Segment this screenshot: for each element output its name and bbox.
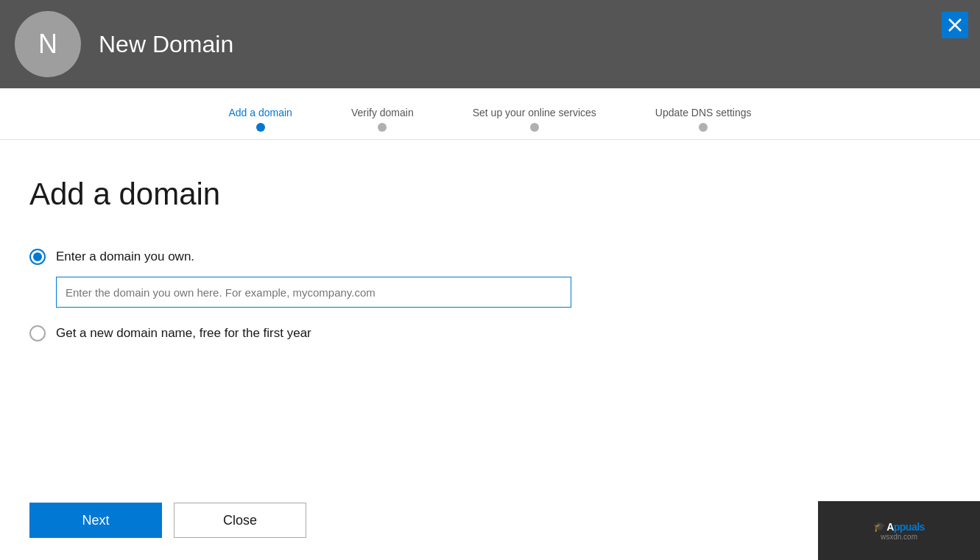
step-dot-online-services bbox=[530, 123, 539, 132]
own-domain-label: Enter a domain you own. bbox=[56, 249, 194, 264]
avatar: N bbox=[15, 11, 81, 77]
header-close-button[interactable] bbox=[942, 12, 968, 38]
watermark-logo: Appuals bbox=[886, 521, 925, 533]
own-domain-radio[interactable] bbox=[29, 249, 46, 265]
main-content: Add a domain Enter a domain you own. Get… bbox=[0, 140, 980, 560]
new-domain-label: Get a new domain name, free for the firs… bbox=[56, 326, 311, 341]
steps-bar: Add a domain Verify domain Set up your o… bbox=[0, 88, 980, 140]
own-domain-option[interactable]: Enter a domain you own. bbox=[29, 249, 951, 265]
watermark: 🎓 Appuals wsxdn.com bbox=[818, 501, 980, 560]
watermark-icon: 🎓 bbox=[873, 521, 885, 532]
domain-input-container bbox=[56, 277, 951, 308]
new-domain-option[interactable]: Get a new domain name, free for the firs… bbox=[29, 325, 951, 341]
domain-text-input[interactable] bbox=[56, 277, 571, 308]
new-domain-radio[interactable] bbox=[29, 325, 46, 341]
close-button[interactable]: Close bbox=[174, 503, 306, 538]
avatar-letter: N bbox=[38, 29, 57, 60]
close-icon bbox=[948, 18, 962, 32]
step-dns-settings: Update DNS settings bbox=[655, 107, 752, 139]
step-label-dns-settings: Update DNS settings bbox=[655, 107, 752, 118]
step-label-verify-domain: Verify domain bbox=[351, 107, 414, 118]
watermark-domain: wsxdn.com bbox=[881, 533, 917, 541]
step-verify-domain: Verify domain bbox=[351, 107, 414, 139]
next-button[interactable]: Next bbox=[29, 503, 162, 538]
step-dot-dns-settings bbox=[699, 123, 708, 132]
step-dot-add-domain bbox=[256, 123, 265, 132]
step-label-online-services: Set up your online services bbox=[473, 107, 596, 118]
page-title: New Domain bbox=[99, 31, 233, 58]
footer-buttons: Next Close bbox=[29, 503, 306, 538]
add-domain-title: Add a domain bbox=[29, 177, 951, 212]
step-dot-verify-domain bbox=[378, 123, 387, 132]
step-online-services: Set up your online services bbox=[473, 107, 596, 139]
step-add-domain: Add a domain bbox=[228, 107, 292, 139]
step-label-add-domain: Add a domain bbox=[228, 107, 292, 118]
header: N New Domain bbox=[0, 0, 980, 88]
